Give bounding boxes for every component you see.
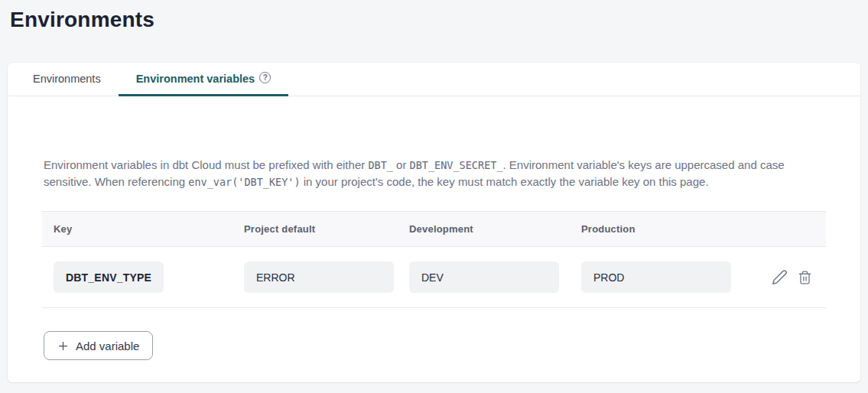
inline-text: Environment variables in dbt Cloud must …	[44, 158, 368, 171]
plus-icon	[57, 340, 69, 352]
env-variables-table: Key Project default Development Producti…	[42, 211, 826, 308]
tab-environment-variables[interactable]: Environment variables ?	[119, 63, 289, 96]
tab-environments[interactable]: Environments	[15, 63, 119, 96]
column-header-production: Production	[581, 223, 756, 235]
tab-environment-variables-label: Environment variables	[136, 73, 255, 85]
tab-environments-label: Environments	[33, 73, 101, 85]
inline-code: env_var('DBT_KEY')	[188, 176, 300, 188]
inline-text: or	[393, 158, 410, 171]
inline-code: DBT_	[368, 159, 393, 171]
cell-production: PROD	[581, 261, 756, 293]
trash-icon	[798, 270, 812, 285]
cell-development: DEV	[409, 261, 581, 293]
cell-project-default: ERROR	[244, 261, 409, 293]
tab-bar: Environments Environment variables ?	[8, 63, 860, 96]
row-actions	[756, 269, 826, 285]
add-variable-button[interactable]: Add variable	[44, 331, 153, 360]
project-default-chip: ERROR	[244, 261, 394, 293]
tab-content: Environment variables in dbt Cloud must …	[8, 157, 860, 360]
help-icon[interactable]: ?	[259, 72, 271, 83]
production-chip: PROD	[581, 261, 731, 293]
environments-card: Environments Environment variables ? Env…	[8, 63, 860, 382]
inline-text: in your project's code, the key must mat…	[301, 175, 709, 188]
inline-code: DBT_ENV_SECRET_	[410, 159, 503, 171]
key-chip: DBT_ENV_TYPE	[54, 261, 164, 293]
column-header-key: Key	[54, 223, 244, 235]
description-text: Environment variables in dbt Cloud must …	[42, 157, 826, 190]
table-header-row: Key Project default Development Producti…	[42, 212, 826, 247]
pencil-icon	[772, 269, 788, 285]
environments-page: Environments Environments Environment va…	[0, 0, 868, 382]
column-header-development: Development	[409, 223, 581, 235]
table-row: DBT_ENV_TYPE ERROR DEV PROD	[42, 247, 826, 308]
column-header-project-default: Project default	[244, 223, 409, 235]
edit-button[interactable]	[772, 269, 788, 285]
development-chip: DEV	[409, 261, 559, 293]
page-title: Environments	[10, 8, 860, 32]
delete-button[interactable]	[798, 270, 812, 285]
cell-key: DBT_ENV_TYPE	[54, 261, 244, 293]
add-variable-label: Add variable	[76, 339, 139, 352]
